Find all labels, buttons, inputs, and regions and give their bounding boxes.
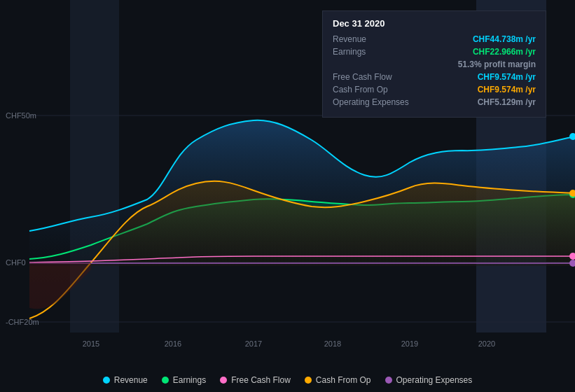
legend-label-earnings: Earnings [173, 375, 206, 385]
tooltip-label-opex: Operating Expenses [333, 97, 424, 107]
tooltip-value-earnings: CHF22.966m /yr [473, 47, 536, 57]
x-label-2020: 2020 [478, 340, 495, 348]
legend-item-cashfromop[interactable]: Cash From Op [305, 375, 371, 385]
y-label-neg20m: -CHF20m [6, 318, 39, 326]
legend-dot-fcf [220, 377, 227, 384]
legend-label-revenue: Revenue [114, 375, 148, 385]
tooltip-label-fcf: Free Cash Flow [333, 72, 424, 82]
legend-label-fcf: Free Cash Flow [231, 375, 291, 385]
x-label-2017: 2017 [245, 340, 262, 348]
legend-label-opex: Operating Expenses [396, 375, 473, 385]
tooltip-value-fcf: CHF9.574m /yr [478, 72, 536, 82]
tooltip-value-revenue: CHF44.738m /yr [473, 34, 536, 44]
tooltip-value-margin: 51.3% profit margin [458, 59, 536, 69]
tooltip-row-fcf: Free Cash Flow CHF9.574m /yr [333, 72, 536, 82]
tooltip-row-earnings: Earnings CHF22.966m /yr [333, 47, 536, 57]
tooltip-title: Dec 31 2020 [333, 18, 536, 29]
legend-dot-opex [385, 377, 392, 384]
tooltip-row-cashfromop: Cash From Op CHF9.574m /yr [333, 85, 536, 94]
tooltip-row-opex: Operating Expenses CHF5.129m /yr [333, 97, 536, 107]
legend-dot-revenue [103, 377, 110, 384]
tooltip-value-cashfromop: CHF9.574m /yr [478, 85, 536, 94]
x-label-2019: 2019 [401, 340, 418, 348]
y-label-50m: CHF50m [6, 111, 36, 120]
legend-item-fcf[interactable]: Free Cash Flow [220, 375, 291, 385]
legend-item-opex[interactable]: Operating Expenses [385, 375, 473, 385]
tooltip-box: Dec 31 2020 Revenue CHF44.738m /yr Earni… [322, 10, 546, 118]
x-label-2016: 2016 [165, 340, 181, 348]
legend-label-cashfromop: Cash From Op [316, 375, 371, 385]
legend-dot-cashfromop [305, 377, 312, 384]
legend-item-revenue[interactable]: Revenue [103, 375, 148, 385]
x-label-2015: 2015 [83, 340, 99, 348]
tooltip-row-revenue: Revenue CHF44.738m /yr [333, 34, 536, 44]
tooltip-label-cashfromop: Cash From Op [333, 85, 424, 94]
chart-legend: Revenue Earnings Free Cash Flow Cash Fro… [0, 375, 575, 385]
tooltip-label-revenue: Revenue [333, 34, 424, 44]
x-label-2018: 2018 [324, 340, 341, 348]
tooltip-value-opex: CHF5.129m /yr [478, 97, 536, 107]
legend-item-earnings[interactable]: Earnings [162, 375, 206, 385]
y-label-0: CHF0 [6, 258, 26, 267]
tooltip-row-margin: 51.3% profit margin [333, 59, 536, 69]
tooltip-label-earnings: Earnings [333, 47, 424, 57]
chart-container: Dec 31 2020 Revenue CHF44.738m /yr Earni… [0, 0, 575, 392]
legend-dot-earnings [162, 377, 169, 384]
